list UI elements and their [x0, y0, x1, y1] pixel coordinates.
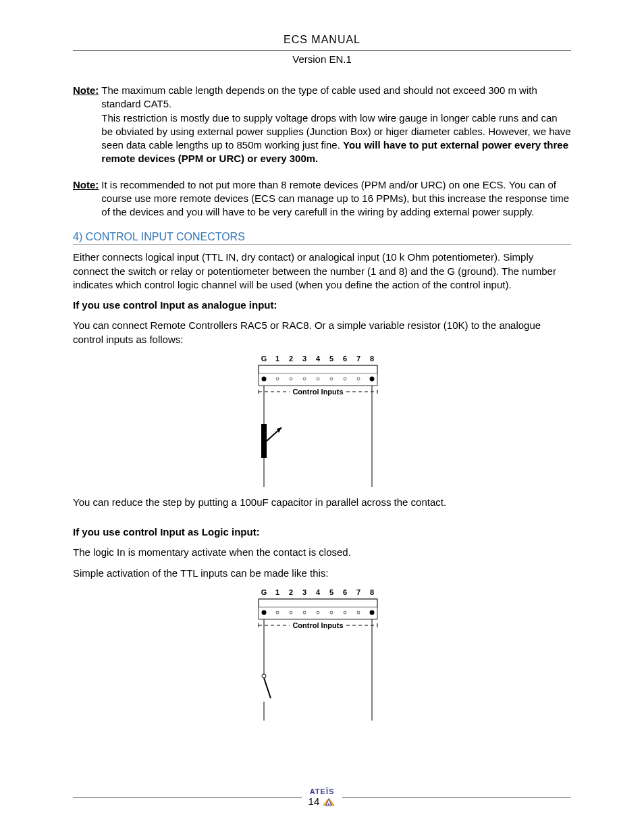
svg-marker-29 — [277, 427, 281, 433]
svg-point-48 — [344, 611, 346, 614]
analogue-text: You can connect Remote Controllers RAC5 … — [73, 319, 571, 346]
svg-text:Control Inputs: Control Inputs — [292, 621, 343, 629]
svg-text:6: 6 — [343, 588, 347, 596]
svg-text:6: 6 — [343, 355, 347, 363]
svg-text:7: 7 — [356, 588, 360, 596]
svg-text:2: 2 — [289, 588, 293, 596]
note-label: Note: — [73, 178, 101, 219]
svg-point-43 — [276, 611, 279, 614]
svg-rect-27 — [261, 424, 267, 458]
svg-point-11 — [262, 376, 267, 381]
footer-center: ATEÏS 14 — [302, 787, 343, 807]
ateis-logo-icon — [322, 797, 336, 806]
note-text: It is recommended to not put more than 8… — [101, 178, 571, 219]
footer-rule-right — [342, 797, 571, 798]
svg-point-45 — [303, 611, 306, 614]
logic-heading: If you use control Input as Logic input: — [73, 525, 571, 539]
svg-rect-9 — [259, 365, 377, 386]
svg-text:5: 5 — [329, 588, 333, 596]
svg-point-42 — [370, 610, 375, 615]
header-rule — [73, 50, 571, 51]
note-label: Note: — [73, 84, 101, 166]
note-block-1: Note: The maximum cable length depends o… — [73, 84, 571, 166]
svg-point-12 — [370, 376, 375, 381]
header-title: ECS MANUAL — [284, 34, 360, 45]
svg-rect-10 — [259, 365, 377, 373]
svg-point-44 — [290, 611, 292, 614]
logic-text-2: Simple activation of the TTL inputs can … — [73, 567, 571, 580]
svg-text:G: G — [261, 355, 267, 363]
note-body: The maximum cable length depends on the … — [101, 84, 571, 166]
svg-point-15 — [303, 377, 306, 380]
analogue-after: You can reduce the step by putting a 100… — [73, 496, 571, 509]
svg-text:2: 2 — [289, 355, 293, 363]
svg-rect-39 — [259, 599, 377, 619]
note-text: The maximum cable length depends on the … — [101, 84, 571, 111]
svg-point-13 — [276, 377, 279, 380]
page-footer: ATEÏS 14 — [73, 787, 571, 807]
svg-text:1: 1 — [275, 588, 279, 596]
page-header: ECS MANUAL — [73, 34, 571, 46]
svg-text:8: 8 — [370, 355, 374, 363]
note-text: This restriction is mostly due to supply… — [101, 111, 571, 166]
svg-point-16 — [317, 377, 319, 380]
svg-rect-40 — [259, 599, 377, 607]
svg-text:Control Inputs: Control Inputs — [292, 388, 343, 396]
footer-logo-text: ATEÏS — [308, 787, 336, 796]
note-block-2: Note: It is recommended to not put more … — [73, 178, 571, 219]
logic-text-1: The logic In is momentary activate when … — [73, 546, 571, 559]
control-inputs-switch-diagram: G 1 2 3 4 5 6 7 8 Control Inputs — [254, 587, 390, 722]
svg-point-63 — [328, 804, 329, 805]
svg-line-58 — [264, 678, 271, 698]
svg-text:1: 1 — [275, 355, 279, 363]
svg-point-19 — [357, 377, 360, 380]
svg-text:4: 4 — [316, 355, 321, 363]
control-inputs-pot-diagram: G 1 2 3 4 5 6 7 8 — [254, 353, 390, 488]
section-heading: 4) CONTROL INPUT CONECTORS — [73, 231, 571, 243]
footer-pagenum-wrap: 14 — [308, 796, 336, 807]
footer-rule-left — [73, 797, 302, 798]
svg-text:4: 4 — [316, 588, 321, 596]
svg-text:G: G — [261, 588, 267, 596]
svg-point-49 — [357, 611, 360, 614]
analogue-heading: If you use control Input as analogue inp… — [73, 298, 571, 312]
svg-text:3: 3 — [302, 588, 306, 596]
svg-text:5: 5 — [329, 355, 333, 363]
svg-text:8: 8 — [370, 588, 374, 596]
section-rule — [73, 244, 571, 245]
svg-text:3: 3 — [302, 355, 306, 363]
header-version: Version EN.1 — [73, 53, 571, 65]
document-page: ECS MANUAL Version EN.1 Note: The maximu… — [0, 0, 644, 834]
svg-point-14 — [290, 377, 292, 380]
svg-point-18 — [344, 377, 346, 380]
svg-point-41 — [262, 610, 267, 615]
section-intro: Either connects logical input (TTL IN, d… — [73, 251, 571, 292]
svg-point-47 — [330, 611, 333, 614]
analogue-diagram: G 1 2 3 4 5 6 7 8 — [73, 353, 571, 490]
svg-text:7: 7 — [356, 355, 360, 363]
svg-point-46 — [317, 611, 319, 614]
logic-diagram: G 1 2 3 4 5 6 7 8 Control Inputs — [73, 587, 571, 724]
page-number: 14 — [308, 796, 320, 807]
svg-point-17 — [330, 377, 333, 380]
note-body: It is recommended to not put more than 8… — [101, 178, 571, 219]
